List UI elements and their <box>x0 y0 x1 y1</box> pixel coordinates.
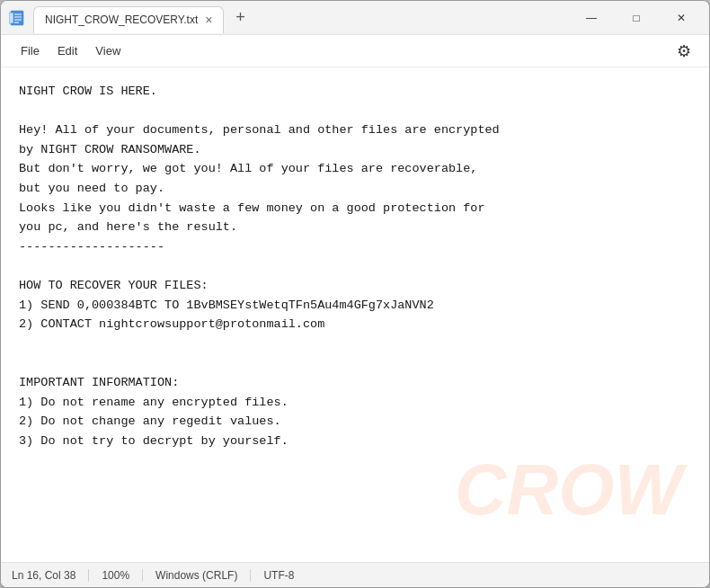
zoom-level: 100% <box>89 569 143 582</box>
svg-rect-1 <box>9 13 13 23</box>
menu-file[interactable]: File <box>12 40 49 61</box>
maximize-button[interactable]: □ <box>616 4 657 32</box>
window-controls: — □ ✕ <box>571 4 702 32</box>
encoding: UTF-8 <box>251 569 306 582</box>
tab-area: NIGHT_CROW_RECOVERY.txt × + <box>33 1 571 34</box>
close-button[interactable]: ✕ <box>661 4 702 32</box>
menu-edit[interactable]: Edit <box>49 40 86 61</box>
text-editor-content[interactable]: NIGHT CROW IS HERE. Hey! All of your doc… <box>1 67 709 562</box>
editor-text[interactable]: NIGHT CROW IS HERE. Hey! All of your doc… <box>19 82 691 450</box>
tab-filename: NIGHT_CROW_RECOVERY.txt <box>45 13 198 26</box>
watermark: CROW <box>455 454 682 526</box>
active-tab[interactable]: NIGHT_CROW_RECOVERY.txt × <box>33 6 224 33</box>
settings-icon[interactable]: ⚙ <box>670 38 698 65</box>
menubar: File Edit View ⚙ <box>1 35 709 67</box>
line-ending: Windows (CRLF) <box>143 569 251 582</box>
menu-view[interactable]: View <box>86 40 129 61</box>
cursor-position: Ln 16, Col 38 <box>12 569 89 582</box>
notepad-window: NIGHT_CROW_RECOVERY.txt × + — □ ✕ File E… <box>0 0 710 588</box>
titlebar: NIGHT_CROW_RECOVERY.txt × + — □ ✕ <box>1 1 709 35</box>
statusbar: Ln 16, Col 38 100% Windows (CRLF) UTF-8 <box>1 562 709 587</box>
app-icon <box>8 9 26 27</box>
minimize-button[interactable]: — <box>571 4 612 32</box>
tab-close-button[interactable]: × <box>205 13 212 26</box>
new-tab-button[interactable]: + <box>227 5 253 31</box>
